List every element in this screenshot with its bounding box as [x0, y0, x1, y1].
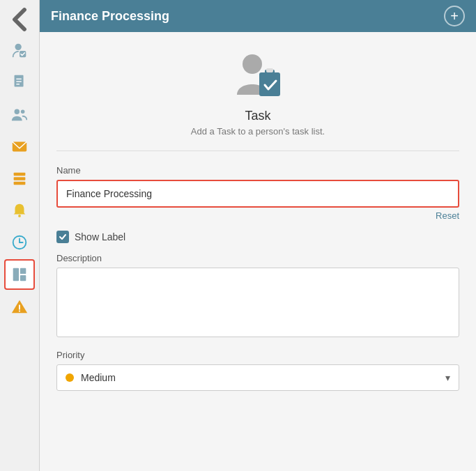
chevron-down-icon: ▾	[445, 372, 450, 383]
svg-rect-2	[15, 75, 24, 87]
priority-dot	[66, 373, 74, 382]
priority-value: Medium	[81, 372, 116, 383]
show-label-text: Show Label	[75, 231, 125, 242]
name-input[interactable]	[56, 180, 459, 208]
priority-label: Priority	[56, 350, 459, 360]
show-label-row: Show Label	[56, 231, 459, 243]
sidebar-item-document[interactable]	[4, 67, 35, 98]
sidebar-item-mail[interactable]	[4, 131, 35, 162]
header-title: Finance Processing	[51, 9, 169, 24]
priority-left: Medium	[66, 372, 116, 383]
svg-rect-25	[266, 68, 273, 72]
description-label: Description	[56, 253, 459, 263]
sidebar-toggle[interactable]	[0, 6, 39, 33]
svg-rect-23	[259, 72, 280, 96]
description-textarea[interactable]	[56, 268, 459, 337]
svg-point-7	[21, 110, 25, 114]
sidebar-item-bell[interactable]	[4, 195, 35, 226]
sidebar-item-users[interactable]	[4, 99, 35, 130]
reset-link[interactable]: Reset	[56, 210, 459, 221]
sidebar-item-panel[interactable]	[4, 259, 35, 290]
svg-point-6	[15, 109, 20, 114]
content-area: Task Add a Task to a person's task list.…	[40, 32, 476, 471]
description-field-group: Description	[56, 253, 459, 350]
sidebar-item-clock[interactable]	[4, 227, 35, 258]
task-icon-wrapper	[230, 46, 286, 102]
svg-point-12	[18, 215, 21, 217]
svg-rect-16	[13, 268, 19, 281]
svg-point-21	[19, 310, 20, 311]
svg-rect-17	[20, 268, 26, 274]
sidebar-item-tasks[interactable]	[4, 35, 35, 65]
show-label-checkbox[interactable]	[56, 231, 69, 243]
add-button[interactable]: +	[444, 6, 465, 26]
main-panel: Finance Processing + T	[40, 0, 476, 471]
priority-select[interactable]: Medium ▾	[56, 364, 459, 391]
name-label: Name	[56, 165, 459, 176]
sidebar-item-warning[interactable]	[4, 291, 35, 322]
header: Finance Processing +	[40, 0, 476, 32]
priority-wrapper: Medium ▾	[56, 364, 459, 391]
svg-rect-9	[14, 173, 26, 176]
task-subtitle: Add a Task to a person's task list.	[191, 126, 325, 137]
task-title: Task	[245, 109, 270, 123]
sidebar-item-layers[interactable]	[4, 163, 35, 194]
svg-point-22	[243, 54, 262, 74]
svg-rect-18	[20, 275, 26, 281]
svg-point-0	[15, 44, 22, 50]
name-field-group: Name Reset	[56, 165, 459, 221]
task-icon-area: Task Add a Task to a person's task list.	[56, 46, 459, 151]
task-svg-icon	[230, 46, 286, 102]
priority-field-group: Priority Medium ▾	[56, 350, 459, 391]
sidebar	[0, 0, 40, 471]
svg-rect-10	[14, 177, 26, 180]
svg-rect-11	[14, 182, 26, 185]
